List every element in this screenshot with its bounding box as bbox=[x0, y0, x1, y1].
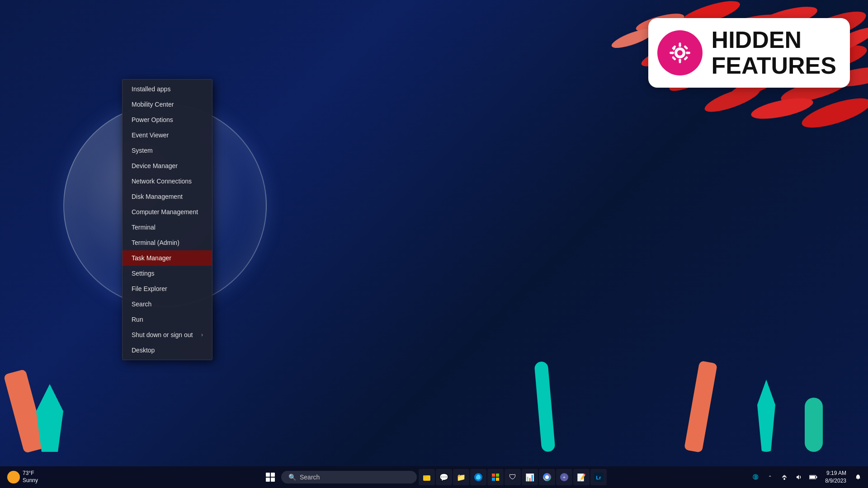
shut-down-label: Shut down or sign out bbox=[132, 331, 193, 338]
menu-item-disk-management[interactable]: Disk Management bbox=[123, 189, 212, 204]
menu-item-task-manager[interactable]: Task Manager bbox=[123, 250, 212, 266]
taskbar-search-text: Search bbox=[300, 474, 320, 481]
svg-rect-35 bbox=[492, 474, 495, 477]
weather-temp: 73°F bbox=[23, 470, 38, 477]
start-button[interactable] bbox=[261, 468, 279, 486]
battery-icon[interactable] bbox=[807, 471, 820, 483]
microsoft-store-icon[interactable] bbox=[487, 469, 504, 485]
notification-icon[interactable] bbox=[852, 471, 864, 483]
lightroom-icon[interactable]: Lr bbox=[590, 469, 607, 485]
decoration-coral-right bbox=[684, 361, 717, 453]
weather-condition: Sunny bbox=[23, 477, 38, 484]
clock-time: 9:19 AM bbox=[825, 469, 846, 477]
weather-sun-icon bbox=[7, 471, 20, 483]
system-tray: Ⓑ ⌃ bbox=[749, 471, 820, 483]
shut-down-arrow: › bbox=[201, 332, 203, 338]
svg-rect-25 bbox=[679, 59, 681, 63]
menu-item-file-explorer[interactable]: File Explorer bbox=[123, 281, 212, 296]
gear-badge-icon bbox=[657, 30, 703, 75]
menu-item-terminal[interactable]: Terminal bbox=[123, 220, 212, 235]
svg-rect-37 bbox=[492, 478, 495, 481]
svg-rect-29 bbox=[684, 45, 688, 50]
svg-rect-31 bbox=[684, 56, 688, 61]
network-icon[interactable] bbox=[778, 471, 791, 483]
menu-item-device-manager[interactable]: Device Manager bbox=[123, 158, 212, 174]
svg-rect-33 bbox=[423, 475, 426, 477]
decoration-plant-right bbox=[805, 398, 823, 452]
decoration-seaweed-left bbox=[36, 384, 63, 452]
weather-widget[interactable]: 73°F Sunny bbox=[4, 468, 42, 486]
menu-item-network-connections[interactable]: Network Connections bbox=[123, 174, 212, 189]
menu-item-shut-down[interactable]: Shut down or sign out › bbox=[123, 327, 212, 343]
menu-item-system[interactable]: System bbox=[123, 143, 212, 158]
svg-rect-47 bbox=[810, 476, 815, 479]
taskbar-center: 🔍 Search 💬 📁 bbox=[261, 468, 607, 486]
decoration-seaweed-mid bbox=[534, 361, 555, 452]
tray-expand-icon[interactable]: ⌃ bbox=[764, 471, 776, 483]
myanalytics-icon[interactable]: 📊 bbox=[522, 469, 538, 485]
svg-rect-26 bbox=[670, 52, 674, 54]
edge-icon[interactable] bbox=[470, 469, 486, 485]
menu-item-installed-apps[interactable]: Installed apps bbox=[123, 81, 212, 97]
svg-rect-24 bbox=[679, 42, 681, 47]
taskbar: 73°F Sunny 🔍 Search bbox=[0, 466, 868, 488]
menu-item-mobility-center[interactable]: Mobility Center bbox=[123, 97, 212, 112]
svg-rect-27 bbox=[686, 52, 690, 54]
teams-icon[interactable]: 💬 bbox=[436, 469, 452, 485]
decoration-seaweed-right bbox=[755, 380, 778, 452]
svg-rect-30 bbox=[671, 56, 676, 61]
menu-item-computer-management[interactable]: Computer Management bbox=[123, 204, 212, 220]
svg-rect-38 bbox=[496, 478, 499, 481]
windows-logo-icon bbox=[266, 473, 275, 482]
desktop: HIDDEN FEATURES Installed apps Mobility … bbox=[0, 0, 868, 488]
context-menu: Installed apps Mobility Center Power Opt… bbox=[122, 79, 212, 360]
explorer-icon[interactable]: 📁 bbox=[453, 469, 469, 485]
menu-item-desktop[interactable]: Desktop bbox=[123, 343, 212, 358]
menu-item-run[interactable]: Run bbox=[123, 312, 212, 327]
taskbar-right: Ⓑ ⌃ 9:19 AM 8/9/2023 bbox=[749, 468, 864, 487]
svg-rect-48 bbox=[816, 476, 817, 478]
clock[interactable]: 9:19 AM 8/9/2023 bbox=[821, 468, 850, 487]
volume-icon[interactable] bbox=[793, 471, 805, 483]
mcafee-icon[interactable]: 🛡 bbox=[505, 469, 521, 485]
menu-item-settings[interactable]: Settings bbox=[123, 266, 212, 281]
svg-point-40 bbox=[545, 475, 549, 479]
sticky-notes-icon[interactable]: 📝 bbox=[573, 469, 590, 485]
taskbar-apps: 💬 📁 🛡 📊 bbox=[419, 469, 607, 485]
taskbar-search-bar[interactable]: 🔍 Search bbox=[281, 471, 417, 483]
bing-tray-icon[interactable]: Ⓑ bbox=[749, 471, 762, 483]
svg-point-23 bbox=[677, 50, 683, 56]
clock-date: 8/9/2023 bbox=[825, 477, 846, 485]
weather-text: 73°F Sunny bbox=[23, 470, 38, 484]
chrome-icon[interactable] bbox=[539, 469, 555, 485]
gear-svg-icon bbox=[666, 39, 693, 66]
svg-text:Lr: Lr bbox=[596, 475, 602, 480]
svg-point-45 bbox=[783, 478, 785, 480]
svg-text:+: + bbox=[563, 475, 566, 480]
menu-item-power-options[interactable]: Power Options bbox=[123, 112, 212, 127]
hidden-features-badge: HIDDEN FEATURES bbox=[648, 18, 850, 88]
hidden-features-text: HIDDEN FEATURES bbox=[712, 27, 836, 79]
menu-item-search[interactable]: Search bbox=[123, 296, 212, 312]
taskbar-search-icon: 🔍 bbox=[288, 474, 296, 481]
menu-item-terminal-admin[interactable]: Terminal (Admin) bbox=[123, 235, 212, 250]
extension-icon[interactable]: + bbox=[556, 469, 572, 485]
file-manager-icon[interactable] bbox=[419, 469, 435, 485]
svg-rect-36 bbox=[496, 474, 499, 477]
menu-item-event-viewer[interactable]: Event Viewer bbox=[123, 127, 212, 143]
taskbar-left: 73°F Sunny bbox=[4, 468, 42, 486]
